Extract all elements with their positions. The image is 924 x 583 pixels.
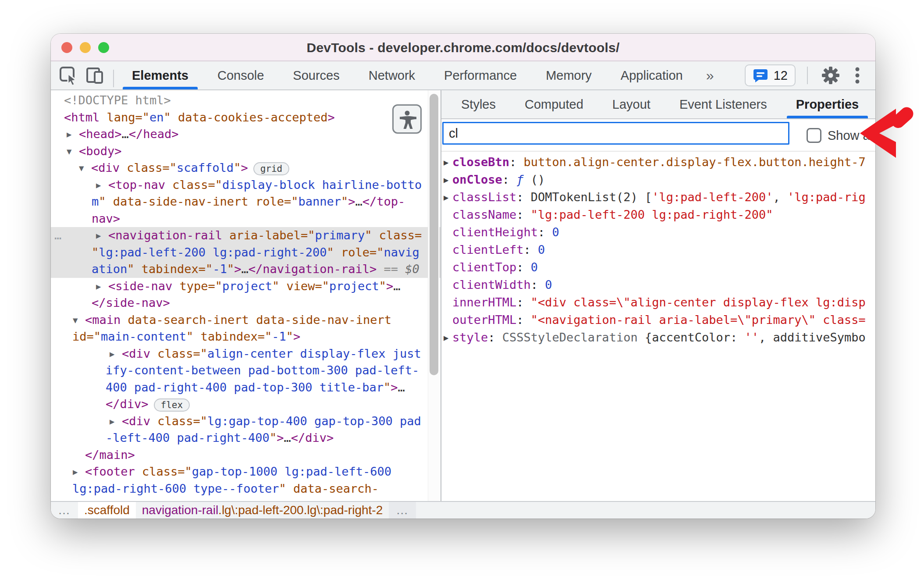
- dom-tree-row[interactable]: ▶<side-nav type="project" view="project"…: [51, 278, 441, 295]
- dom-tree-row[interactable]: </main>: [51, 447, 441, 464]
- sidebar-tab-event-listeners[interactable]: Event Listeners: [665, 90, 782, 118]
- show-all-checkbox[interactable]: [807, 128, 821, 143]
- dom-tree-row[interactable]: ▼<main data-search-inert data-side-nav-i…: [51, 312, 441, 329]
- expand-arrow-icon[interactable]: ▶: [444, 329, 448, 346]
- collapse-arrow-icon[interactable]: ▼: [79, 160, 84, 177]
- dom-tree-row-selected[interactable]: ation" tabindex="-1">…</navigation-rail>…: [51, 261, 441, 278]
- expand-arrow-icon[interactable]: ▶: [444, 171, 448, 188]
- sidebar-tab-styles[interactable]: Styles: [447, 90, 510, 118]
- collapse-arrow-icon[interactable]: ▼: [73, 312, 78, 329]
- breadcrumb-overflow-button[interactable]: …: [51, 502, 78, 519]
- property-value: 0: [531, 260, 538, 274]
- toolbar-left-icons: [51, 61, 117, 89]
- tab-elements[interactable]: Elements: [117, 61, 203, 89]
- row-ellipsis: …: [54, 227, 62, 244]
- inspect-element-icon[interactable]: [57, 64, 80, 87]
- dom-tree-row-selected[interactable]: …▶<navigation-rail aria-label="primary" …: [51, 227, 441, 244]
- property-value: 'lg:pad-rig: [787, 190, 866, 204]
- tab-application[interactable]: Application: [606, 61, 697, 89]
- accessibility-button[interactable]: [392, 104, 422, 134]
- page: DevTools - developer.chrome.com/docs/dev…: [0, 0, 924, 583]
- expand-arrow-icon[interactable]: ▶: [444, 188, 448, 206]
- property-row-clientLeft[interactable]: clientLeft: 0: [441, 241, 875, 259]
- breadcrumb-item[interactable]: navigation-rail.lg\:pad-left-200.lg\:pad…: [136, 502, 389, 519]
- dom-tree-row[interactable]: ▶<top-nav class="display-block hairline-…: [51, 177, 441, 194]
- dom-tree-row-selected[interactable]: "lg:pad-left-200 lg:pad-right-200" role=…: [51, 244, 441, 261]
- tab-performance[interactable]: Performance: [430, 61, 531, 89]
- properties-filter-input[interactable]: [442, 122, 789, 145]
- expand-arrow-icon[interactable]: ▶: [96, 177, 101, 194]
- property-row-clientWidth[interactable]: clientWidth: 0: [441, 276, 875, 294]
- device-toolbar-icon[interactable]: [83, 64, 106, 87]
- property-name: onClose: [452, 173, 502, 186]
- property-row-clientHeight[interactable]: clientHeight: 0: [441, 224, 875, 241]
- scrollbar-thumb[interactable]: [430, 94, 438, 375]
- property-row-outerHTML[interactable]: outerHTML: "<navigation-rail aria-label=…: [441, 311, 875, 329]
- property-value: "<navigation-rail aria-label=\"primary\"…: [531, 313, 866, 327]
- tab-console[interactable]: Console: [203, 61, 278, 89]
- dom-tree-row[interactable]: ▶<head>…</head>: [51, 126, 441, 143]
- property-name: closeBtn: [452, 155, 509, 169]
- dom-tree-row[interactable]: 400 pad-right-400 pad-top-300 title-bar"…: [51, 379, 441, 396]
- more-panels-icon[interactable]: »: [697, 61, 723, 89]
- dom-tree-row[interactable]: ▼<body>: [51, 143, 441, 160]
- breadcrumb-overflow-button[interactable]: …: [389, 502, 416, 519]
- expand-arrow-icon[interactable]: ▶: [96, 227, 101, 244]
- issues-counter-button[interactable]: 12: [745, 64, 796, 86]
- issues-chat-icon: [753, 68, 768, 83]
- property-name: innerHTML: [452, 295, 516, 309]
- properties-list: ▶closeBtn: button.align-center.display-f…: [441, 152, 875, 501]
- dom-tree-row[interactable]: ▶<div class="align-center display-flex j…: [51, 345, 441, 363]
- dom-tree-row[interactable]: <html lang="en" data-cookies-accepted>: [51, 109, 441, 126]
- expand-arrow-icon[interactable]: ▶: [73, 463, 78, 480]
- dom-tree-row[interactable]: m" data-side-nav-inert role="banner">…</…: [51, 193, 441, 210]
- expand-arrow-icon[interactable]: ▶: [110, 345, 114, 363]
- property-row-classList[interactable]: ▶classList: DOMTokenList(2) ['lg:pad-lef…: [441, 188, 875, 206]
- dom-tree-row[interactable]: -left-400 pad-right-400">…</div>: [51, 430, 441, 447]
- sidebar-tab-layout[interactable]: Layout: [598, 90, 665, 118]
- property-value: ,: [773, 190, 788, 204]
- sidebar-pane: StylesComputedLayoutEvent ListenersPrope…: [441, 90, 875, 501]
- property-value: 'lg:pad-left-200': [652, 190, 773, 204]
- property-value: DOMTokenList(2) [: [531, 190, 652, 204]
- dom-tree-row[interactable]: id="main-content" tabindex="-1">: [51, 328, 441, 345]
- expand-arrow-icon[interactable]: ▶: [96, 278, 101, 295]
- tab-sources[interactable]: Sources: [278, 61, 354, 89]
- dom-tree-row[interactable]: ify-content-between pad-bottom-300 pad-l…: [51, 362, 441, 379]
- expand-arrow-icon[interactable]: ▶: [444, 153, 448, 171]
- property-row-clientTop[interactable]: clientTop: 0: [441, 259, 875, 276]
- dom-tree-row[interactable]: </div>flex: [51, 396, 441, 413]
- dom-tree-row[interactable]: ▶<div class="lg:gap-top-400 gap-top-300 …: [51, 413, 441, 430]
- dom-tree-row[interactable]: </side-nav>: [51, 295, 441, 312]
- breadcrumb-item[interactable]: .scaffold: [78, 502, 136, 519]
- breadcrumb-bar: ….scaffoldnavigation-rail.lg\:pad-left-2…: [51, 501, 875, 519]
- dom-tree-row[interactable]: ▶<footer class="gap-top-1000 lg:pad-left…: [51, 463, 441, 480]
- tab-memory[interactable]: Memory: [531, 61, 606, 89]
- property-row-onClose[interactable]: ▶onClose: ƒ (): [441, 171, 875, 188]
- property-row-style[interactable]: ▶style: CSSStyleDeclaration {accentColor…: [441, 329, 875, 346]
- tab-network[interactable]: Network: [354, 61, 430, 89]
- dom-tree-row[interactable]: nav>: [51, 210, 441, 228]
- property-row-closeBtn[interactable]: ▶closeBtn: button.align-center.display-f…: [441, 153, 875, 171]
- flex-adorner-badge[interactable]: flex: [154, 398, 190, 412]
- property-value: (): [524, 173, 545, 186]
- sidebar-tabs: StylesComputedLayoutEvent ListenersPrope…: [441, 90, 875, 119]
- dom-tree-row[interactable]: ▼<div class="scaffold">grid: [51, 160, 441, 177]
- collapse-arrow-icon[interactable]: ▼: [67, 143, 71, 160]
- dom-tree-row[interactable]: lg:pad-right-600 type--footer" data-sear…: [51, 480, 441, 498]
- property-row-innerHTML[interactable]: innerHTML: "<div class=\"align-center di…: [441, 294, 875, 311]
- expand-arrow-icon[interactable]: ▶: [110, 413, 114, 430]
- issues-count: 12: [774, 68, 788, 83]
- properties-filter-row: Show all: [441, 119, 875, 152]
- property-row-className[interactable]: className: "lg:pad-left-200 lg:pad-right…: [441, 206, 875, 224]
- property-name: clientTop: [452, 260, 516, 274]
- kebab-menu-icon[interactable]: [850, 64, 865, 87]
- expand-arrow-icon[interactable]: ▶: [67, 126, 71, 143]
- dom-tree-row[interactable]: <!DOCTYPE html>: [51, 92, 441, 109]
- dom-tree: <!DOCTYPE html><html lang="en" data-cook…: [51, 90, 441, 501]
- settings-gear-icon[interactable]: [819, 64, 842, 87]
- window-titlebar[interactable]: DevTools - developer.chrome.com/docs/dev…: [51, 34, 875, 61]
- devtools-toolbar: ElementsConsoleSourcesNetworkPerformance…: [51, 61, 875, 90]
- sidebar-tab-computed[interactable]: Computed: [510, 90, 598, 118]
- grid-adorner-badge[interactable]: grid: [253, 162, 290, 175]
